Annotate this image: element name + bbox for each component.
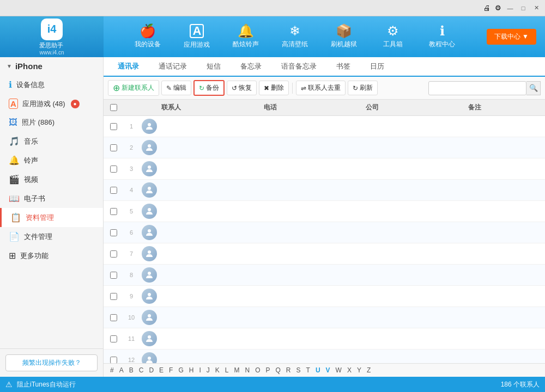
- delete-icon: ✖: [264, 84, 269, 92]
- book-icon: 📖: [9, 193, 20, 204]
- row-checkbox[interactable]: [104, 123, 123, 130]
- sidebar-item-file-mgr[interactable]: 📄 文件管理: [0, 227, 103, 246]
- row-checkbox[interactable]: [104, 187, 123, 194]
- table-row[interactable]: 4: [104, 180, 545, 201]
- alpha-item[interactable]: E: [157, 366, 166, 375]
- alpha-item[interactable]: B: [127, 366, 136, 375]
- alpha-item[interactable]: D: [147, 366, 156, 375]
- sidebar-item-data-mgr[interactable]: 📋 资料管理: [0, 208, 103, 227]
- tab-calendar[interactable]: 日历: [360, 57, 394, 77]
- settings-icon: ⚙: [495, 4, 501, 12]
- tab-sms[interactable]: 短信: [197, 57, 231, 77]
- table-row[interactable]: 7: [104, 243, 545, 265]
- frequent-error-button[interactable]: 频繁出现操作失败？: [5, 354, 98, 371]
- alpha-item[interactable]: R: [284, 366, 293, 375]
- download-button[interactable]: 下载中心 ▼: [487, 29, 536, 45]
- alpha-item[interactable]: J: [204, 366, 212, 375]
- row-checkbox[interactable]: [104, 144, 123, 151]
- alpha-item[interactable]: P: [264, 366, 272, 375]
- nav-tutorial[interactable]: ℹ 教程中心: [417, 16, 467, 57]
- alpha-item[interactable]: C: [137, 366, 146, 375]
- nav-tools[interactable]: ⚙ 工具箱: [368, 16, 417, 57]
- alpha-item[interactable]: H: [187, 366, 196, 375]
- sidebar-item-ringtone[interactable]: 🔔 铃声: [0, 151, 103, 170]
- close-btn[interactable]: ✕: [532, 4, 541, 13]
- backup-button[interactable]: ↻ 备份: [193, 80, 225, 96]
- alpha-item[interactable]: V: [324, 366, 332, 375]
- maximize-btn[interactable]: □: [519, 4, 528, 13]
- table-row[interactable]: 9: [104, 286, 545, 307]
- row-checkbox[interactable]: [104, 272, 123, 279]
- alpha-item[interactable]: I: [197, 366, 203, 375]
- alpha-item[interactable]: Y: [355, 366, 364, 375]
- nav-my-device[interactable]: 🍎 我的设备: [123, 16, 172, 57]
- delete-button[interactable]: ✖ 删除: [259, 81, 289, 95]
- restore-button[interactable]: ↺ 恢复: [227, 81, 257, 95]
- sidebar-item-music[interactable]: 🎵 音乐: [0, 132, 103, 151]
- alpha-item[interactable]: F: [167, 366, 175, 375]
- alpha-item[interactable]: G: [176, 366, 185, 375]
- nav-apps[interactable]: A 应用游戏: [172, 16, 221, 57]
- svg-point-0: [148, 123, 151, 126]
- sidebar-item-device-info[interactable]: ℹ 设备信息: [0, 75, 103, 94]
- sidebar-item-photos[interactable]: 🖼 照片 (886): [0, 113, 103, 132]
- alpha-item[interactable]: T: [304, 366, 312, 375]
- tab-memo[interactable]: 备忘录: [231, 57, 271, 77]
- alpha-item[interactable]: X: [345, 366, 354, 375]
- sidebar-item-video[interactable]: 🎬 视频: [0, 170, 103, 189]
- alpha-item[interactable]: O: [253, 366, 262, 375]
- tab-voice-memo[interactable]: 语音备忘录: [271, 57, 326, 77]
- alpha-item[interactable]: L: [223, 366, 231, 375]
- new-contact-button[interactable]: ⊕ 新建联系人: [108, 80, 159, 96]
- sidebar-item-ebook[interactable]: 📖 电子书: [0, 189, 103, 208]
- alpha-item[interactable]: Z: [365, 366, 373, 375]
- row-checkbox[interactable]: [104, 357, 123, 364]
- nav-ringtone[interactable]: 🔔 酷炫铃声: [221, 16, 270, 57]
- alpha-item[interactable]: Q: [274, 366, 283, 375]
- table-row[interactable]: 1: [104, 116, 545, 137]
- table-row[interactable]: 3: [104, 158, 545, 180]
- tab-bookmark[interactable]: 书签: [326, 57, 360, 77]
- nav-wallpaper[interactable]: ❄ 高清壁纸: [270, 16, 319, 57]
- minimize-btn[interactable]: —: [506, 4, 514, 13]
- sidebar-item-more[interactable]: ⊞ 更多功能: [0, 246, 103, 265]
- svg-point-9: [148, 314, 151, 317]
- alpha-item[interactable]: #: [108, 366, 116, 375]
- check-all-checkbox[interactable]: [110, 104, 117, 111]
- iphone-header[interactable]: ▼ iPhone: [0, 57, 103, 75]
- search-button[interactable]: 🔍: [526, 81, 541, 95]
- sidebar-item-apps[interactable]: A 应用游戏 (48) ●: [0, 94, 103, 113]
- row-checkbox[interactable]: [104, 314, 123, 321]
- tab-call-log[interactable]: 通话记录: [149, 57, 197, 77]
- table-row[interactable]: 2: [104, 137, 545, 158]
- refresh-button[interactable]: ↻ 刷新: [348, 81, 378, 95]
- alpha-item[interactable]: S: [294, 366, 303, 375]
- table-row[interactable]: 11: [104, 328, 545, 350]
- alpha-item[interactable]: N: [243, 366, 252, 375]
- table-row[interactable]: 12: [104, 350, 545, 363]
- row-checkbox[interactable]: [104, 166, 123, 173]
- alpha-item[interactable]: A: [117, 366, 126, 375]
- row-checkbox[interactable]: [104, 229, 123, 236]
- search-input[interactable]: [428, 81, 526, 95]
- row-checkbox[interactable]: [104, 335, 123, 342]
- row-checkbox[interactable]: [104, 250, 123, 258]
- tab-contacts[interactable]: 通讯录: [108, 57, 149, 77]
- alpha-item[interactable]: W: [334, 366, 344, 375]
- row-checkbox[interactable]: [104, 293, 123, 300]
- col-name: 联系人: [159, 103, 264, 112]
- table-row[interactable]: 8: [104, 265, 545, 286]
- row-checkbox[interactable]: [104, 208, 123, 215]
- edit-button[interactable]: ✎ 编辑: [161, 81, 191, 95]
- nav-jailbreak[interactable]: 📦 刷机越狱: [319, 16, 368, 57]
- merge-button[interactable]: ⇌ 联系人去重: [296, 81, 346, 95]
- table-row[interactable]: 5: [104, 201, 545, 222]
- alpha-item[interactable]: U: [313, 366, 323, 375]
- sidebar: ▼ iPhone ℹ 设备信息 A 应用游戏 (48) ● 🖼 照片 (886)…: [0, 57, 104, 377]
- app-store-icon: A: [9, 99, 18, 109]
- alpha-item[interactable]: K: [213, 366, 222, 375]
- alpha-item[interactable]: M: [232, 366, 241, 375]
- table-row[interactable]: 10: [104, 307, 545, 328]
- table-row[interactable]: 6: [104, 222, 545, 243]
- logo-name: 爱思助手 www.i4.cn: [39, 41, 64, 56]
